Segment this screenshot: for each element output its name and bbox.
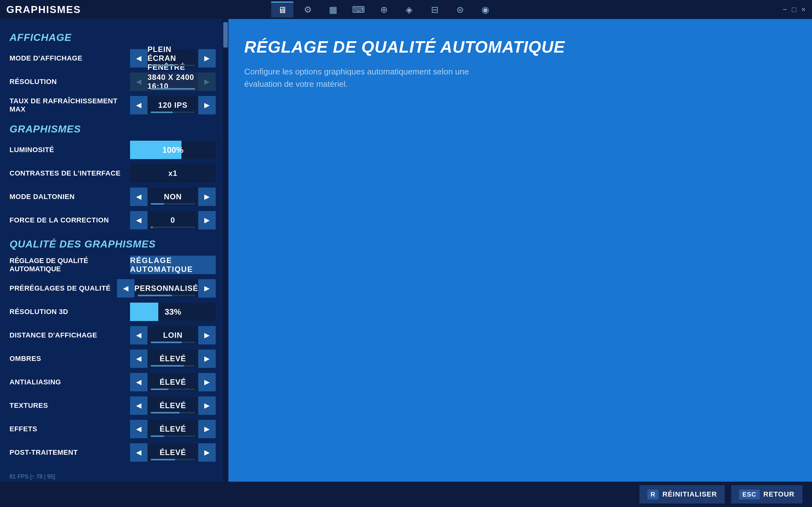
setting-row-contrastes: CONTRASTES DE L'INTERFACE x1 (0, 162, 229, 185)
control-daltonien: ◀ NON ▶ (130, 187, 216, 206)
section-affichage-header: AFFICHAGE (0, 25, 229, 47)
control-force-correction: ◀ 0 ▶ (130, 211, 216, 229)
nav-display[interactable]: ▦ (322, 2, 344, 17)
titlebar: GRAPHISMES 🖥 ⚙ ▦ ⌨ ⊕ ◈ ⊟ ⊜ ◉ − □ × (0, 0, 812, 19)
arrow-right-prereglages[interactable]: ▶ (198, 279, 216, 297)
arrow-left-prereglages[interactable]: ◀ (117, 279, 135, 297)
setting-row-res3d: RÉSOLUTION 3D 33% (0, 300, 229, 324)
nav-monitor[interactable]: 🖥 (271, 2, 293, 17)
arrow-left-mode-affichage[interactable]: ◀ (130, 49, 148, 67)
value-reglage-auto[interactable]: RÉGLAGE AUTOMATIQUE (130, 256, 216, 274)
arrow-right-ombres[interactable]: ▶ (198, 349, 216, 368)
value-contrastes[interactable]: x1 (130, 164, 216, 182)
value-ombres: ÉLEVÉ (148, 349, 198, 368)
control-prereglages: ◀ PERSONNALISÉ ▶ (117, 279, 216, 297)
control-distance: ◀ LOIN ▶ (130, 326, 216, 344)
reinitialiser-button[interactable]: R RÉINITIALISER (640, 485, 725, 504)
value-daltonien: NON (148, 187, 198, 206)
panel-description: Configure les options graphiques automat… (244, 66, 498, 90)
control-post-traitement: ◀ ÉLEVÉ ▶ (130, 443, 216, 462)
section-qualite-header: QUALITÉ DES GRAPHISMES (0, 232, 229, 253)
setting-row-prereglages: PRÉRÉGLAGES DE QUALITÉ ◀ PERSONNALISÉ ▶ (0, 277, 229, 300)
arrow-left-effets[interactable]: ◀ (130, 420, 148, 438)
nav-settings[interactable]: ⚙ (297, 2, 319, 17)
fps-counter: 81 FPS [↑ 78 | 95] (9, 473, 55, 480)
arrow-right-mode-affichage[interactable]: ▶ (198, 49, 216, 67)
scroll-track[interactable] (223, 19, 229, 482)
control-luminosite: 100% (130, 141, 216, 159)
arrow-right-daltonien[interactable]: ▶ (198, 187, 216, 206)
arrow-right-resolution[interactable]: ▶ (198, 72, 216, 91)
value-prereglages: PERSONNALISÉ (135, 279, 198, 297)
nav-account[interactable]: ◉ (474, 2, 496, 17)
retour-button[interactable]: ESC RETOUR (731, 485, 803, 504)
nav-icons: 🖥 ⚙ ▦ ⌨ ⊕ ◈ ⊟ ⊜ ◉ (271, 2, 496, 17)
label-contrastes: CONTRASTES DE L'INTERFACE (9, 169, 130, 177)
control-effets: ◀ ÉLEVÉ ▶ (130, 420, 216, 438)
setting-row-refresh: TAUX DE RAFRAÎCHISSEMENT MAX ◀ 120 IPS ▶ (0, 94, 229, 117)
right-panel: RÉGLAGE DE QUALITÉ AUTOMATIQUE Configure… (229, 19, 812, 482)
slider-refresh (151, 112, 195, 113)
label-ombres: OMBRES (9, 354, 130, 363)
arrow-left-force-correction[interactable]: ◀ (130, 211, 148, 229)
slider-antialiasing (151, 389, 195, 390)
setting-row-textures: TEXTURES ◀ ÉLEVÉ ▶ (0, 394, 229, 417)
arrow-left-daltonien[interactable]: ◀ (130, 187, 148, 206)
nav-gamepad[interactable]: ⊕ (373, 2, 395, 17)
control-mode-affichage: ◀ PLEIN ÉCRAN FENÊTRÉ ▶ (130, 49, 216, 67)
slider-distance (151, 342, 195, 343)
arrow-right-antialiasing[interactable]: ▶ (198, 373, 216, 391)
arrow-left-post-traitement[interactable]: ◀ (130, 443, 148, 462)
arrow-left-refresh[interactable]: ◀ (130, 96, 148, 114)
arrow-right-textures[interactable]: ▶ (198, 396, 216, 415)
value-effets: ÉLEVÉ (148, 420, 198, 438)
arrow-right-refresh[interactable]: ▶ (198, 96, 216, 114)
nav-audio[interactable]: ◈ (398, 2, 420, 17)
window-controls: − □ × (782, 5, 806, 14)
arrow-left-ombres[interactable]: ◀ (130, 349, 148, 368)
value-res3d[interactable]: 33% (130, 302, 216, 321)
arrow-right-distance[interactable]: ▶ (198, 326, 216, 344)
value-luminosite[interactable]: 100% (130, 141, 216, 159)
nav-network[interactable]: ⊟ (423, 2, 446, 17)
arrow-right-force-correction[interactable]: ▶ (198, 211, 216, 229)
value-mode-affichage: PLEIN ÉCRAN FENÊTRÉ (148, 49, 198, 67)
label-mode-affichage: MODE D'AFFICHAGE (9, 54, 130, 62)
setting-row-luminosite: LUMINOSITÉ 100% (0, 138, 229, 162)
label-antialiasing: ANTIALIASING (9, 378, 130, 386)
arrow-left-resolution[interactable]: ◀ (130, 72, 148, 91)
slider-daltonien (151, 203, 195, 205)
setting-row-antialiasing: ANTIALIASING ◀ ÉLEVÉ ▶ (0, 371, 229, 394)
arrow-right-post-traitement[interactable]: ▶ (198, 443, 216, 462)
value-distance: LOIN (148, 326, 198, 344)
value-resolution: 3840 X 2400 16:10 (148, 72, 198, 91)
setting-row-reglage-auto: RÉGLAGE DE QUALITÉ AUTOMATIQUE RÉGLAGE A… (0, 253, 229, 277)
scroll-thumb[interactable] (223, 22, 228, 48)
arrow-left-distance[interactable]: ◀ (130, 326, 148, 344)
label-force-correction: FORCE DE LA CORRECTION (9, 216, 130, 224)
value-textures: ÉLEVÉ (148, 396, 198, 415)
slider-textures (151, 412, 195, 413)
maximize-button[interactable]: □ (792, 5, 797, 14)
value-refresh: 120 IPS (148, 96, 198, 114)
setting-row-distance: DISTANCE D'AFFICHAGE ◀ LOIN ▶ (0, 324, 229, 347)
nav-controller[interactable]: ⊜ (449, 2, 471, 17)
label-refresh: TAUX DE RAFRAÎCHISSEMENT MAX (9, 97, 130, 113)
slider-force-correction (151, 227, 195, 228)
control-refresh: ◀ 120 IPS ▶ (130, 96, 216, 114)
arrow-right-effets[interactable]: ▶ (198, 420, 216, 438)
retour-label: RETOUR (763, 490, 795, 498)
slider-mode-affichage (151, 65, 195, 66)
nav-keyboard[interactable]: ⌨ (347, 2, 369, 17)
control-antialiasing: ◀ ÉLEVÉ ▶ (130, 373, 216, 391)
close-button[interactable]: × (801, 5, 806, 14)
value-post-traitement: ÉLEVÉ (148, 443, 198, 462)
setting-row-ombres: OMBRES ◀ ÉLEVÉ ▶ (0, 347, 229, 371)
value-force-correction: 0 (148, 211, 198, 229)
arrow-left-antialiasing[interactable]: ◀ (130, 373, 148, 391)
minimize-button[interactable]: − (782, 5, 787, 14)
retour-key: ESC (739, 490, 759, 499)
slider-post-traitement (151, 459, 195, 460)
slider-resolution (151, 88, 195, 90)
arrow-left-textures[interactable]: ◀ (130, 396, 148, 415)
